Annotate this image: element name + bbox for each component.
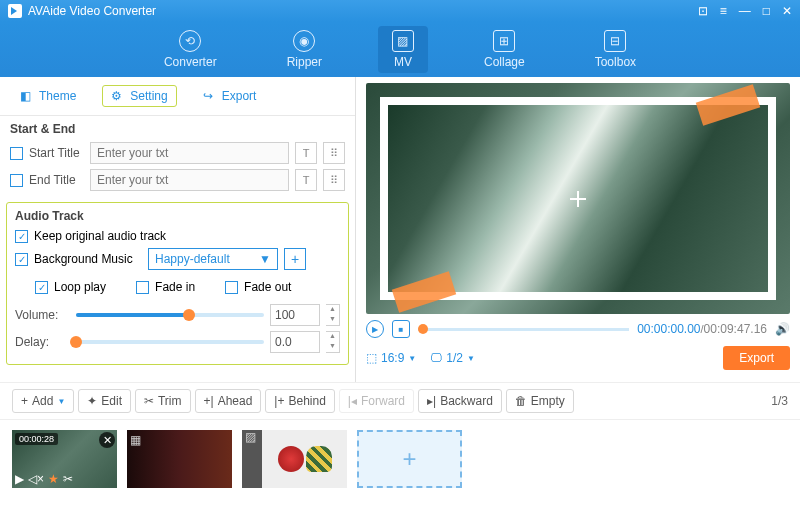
screen-icon: 🖵: [430, 351, 442, 365]
nav-ripper[interactable]: ◉Ripper: [273, 26, 336, 73]
fadein-checkbox[interactable]: [136, 281, 149, 294]
add-music-button[interactable]: +: [284, 248, 306, 270]
tab-theme[interactable]: ◧Theme: [12, 85, 84, 107]
start-text-style-button[interactable]: T: [295, 142, 317, 164]
delay-slider[interactable]: [76, 340, 264, 344]
bg-music-checkbox[interactable]: [15, 253, 28, 266]
start-title-label: Start Title: [29, 146, 84, 160]
forward-button[interactable]: |◂ Forward: [339, 389, 414, 413]
tab-setting[interactable]: ⚙Setting: [102, 85, 176, 107]
maximize-icon[interactable]: □: [763, 4, 770, 18]
feedback-icon[interactable]: ⊡: [698, 4, 708, 18]
clip-thumb-3[interactable]: ▨: [242, 430, 347, 488]
edit-button[interactable]: ✦ Edit: [78, 389, 131, 413]
menu-icon[interactable]: ≡: [720, 4, 727, 18]
bg-music-select[interactable]: Happy-default▼: [148, 248, 278, 270]
empty-button[interactable]: 🗑 Empty: [506, 389, 574, 413]
volume-up[interactable]: ▲: [326, 305, 339, 315]
delay-up[interactable]: ▲: [326, 332, 339, 342]
stop-button[interactable]: ■: [392, 320, 410, 338]
keep-audio-label: Keep original audio track: [34, 229, 166, 243]
page-select[interactable]: 🖵1/2 ▼: [430, 351, 475, 365]
trim-button[interactable]: ✂ Trim: [135, 389, 191, 413]
crosshair-icon: [570, 191, 586, 207]
clip-thumb-1[interactable]: 00:00:28 ✕ ▶◁×★✂: [12, 430, 117, 488]
start-title-input[interactable]: [90, 142, 289, 164]
bg-music-label: Background Music: [34, 252, 142, 266]
volume-down[interactable]: ▼: [326, 315, 339, 325]
app-logo: [8, 4, 22, 18]
seek-bar[interactable]: [418, 328, 629, 331]
start-text-opts-button[interactable]: ⠿: [323, 142, 345, 164]
end-title-checkbox[interactable]: [10, 174, 23, 187]
end-title-input[interactable]: [90, 169, 289, 191]
fadeout-checkbox[interactable]: [225, 281, 238, 294]
add-clip-button[interactable]: +: [357, 430, 462, 488]
minimize-icon[interactable]: —: [739, 4, 751, 18]
image-icon: ▨: [245, 430, 256, 444]
keep-audio-checkbox[interactable]: [15, 230, 28, 243]
video-preview[interactable]: [366, 83, 790, 314]
theme-icon: ◧: [20, 89, 34, 103]
app-title: AVAide Video Converter: [28, 4, 156, 18]
loop-checkbox[interactable]: [35, 281, 48, 294]
nav-collage[interactable]: ⊞Collage: [470, 26, 539, 73]
converter-icon: ⟲: [179, 30, 201, 52]
backward-button[interactable]: ▸| Backward: [418, 389, 502, 413]
delay-value[interactable]: [270, 331, 320, 353]
start-end-header: Start & End: [10, 122, 345, 136]
volume-icon[interactable]: 🔊: [775, 322, 790, 336]
nav-toolbox[interactable]: ⊟Toolbox: [581, 26, 650, 73]
remove-clip-button[interactable]: ✕: [99, 432, 115, 448]
ratio-icon: ⬚: [366, 351, 377, 365]
collage-icon: ⊞: [493, 30, 515, 52]
nav-converter[interactable]: ⟲Converter: [150, 26, 231, 73]
clip-duration: 00:00:28: [15, 433, 58, 445]
mv-icon: ▨: [392, 30, 414, 52]
end-text-style-button[interactable]: T: [295, 169, 317, 191]
gear-icon: ⚙: [111, 89, 125, 103]
nav-mv[interactable]: ▨MV: [378, 26, 428, 73]
chevron-down-icon: ▼: [259, 252, 271, 266]
clip-thumb-2[interactable]: ▦: [127, 430, 232, 488]
export-icon: ↪: [203, 89, 217, 103]
aspect-ratio-select[interactable]: ⬚16:9 ▼: [366, 351, 416, 365]
volume-value[interactable]: [270, 304, 320, 326]
start-title-checkbox[interactable]: [10, 147, 23, 160]
volume-label: Volume:: [15, 308, 70, 322]
toolbox-icon: ⊟: [604, 30, 626, 52]
pager: 1/3: [771, 394, 788, 408]
end-title-label: End Title: [29, 173, 84, 187]
ahead-button[interactable]: +| Ahead: [195, 389, 262, 413]
play-button[interactable]: ▶: [366, 320, 384, 338]
close-icon[interactable]: ✕: [782, 4, 792, 18]
time-display: 00:00:00.00/00:09:47.16: [637, 322, 767, 336]
video-icon: ▦: [130, 433, 141, 447]
export-button[interactable]: Export: [723, 346, 790, 370]
volume-slider[interactable]: [76, 313, 264, 317]
audio-track-header: Audio Track: [15, 209, 340, 223]
delay-down[interactable]: ▼: [326, 342, 339, 352]
delay-label: Delay:: [15, 335, 70, 349]
ripper-icon: ◉: [293, 30, 315, 52]
tab-export[interactable]: ↪Export: [195, 85, 265, 107]
end-text-opts-button[interactable]: ⠿: [323, 169, 345, 191]
add-button[interactable]: + Add ▼: [12, 389, 74, 413]
behind-button[interactable]: |+ Behind: [265, 389, 335, 413]
